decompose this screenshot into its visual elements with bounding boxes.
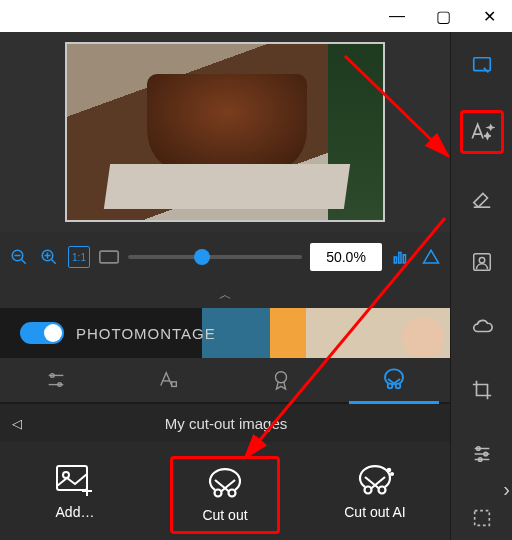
- zoom-1to1-icon[interactable]: 1:1: [68, 246, 90, 268]
- cutout-button[interactable]: Cut out: [170, 456, 280, 534]
- zoom-out-icon[interactable]: [8, 246, 30, 268]
- window-maximize-button[interactable]: ▢: [420, 0, 466, 32]
- adjust-tab[interactable]: [0, 358, 113, 402]
- sliders-tool-icon[interactable]: [462, 434, 502, 474]
- cutout-label: Cut out: [202, 507, 247, 523]
- photomontage-toggle[interactable]: [20, 322, 64, 344]
- histogram-icon[interactable]: [390, 246, 412, 268]
- section-header[interactable]: ◁ My cut-out images: [0, 404, 450, 442]
- svg-point-23: [63, 472, 69, 478]
- expand-right-icon[interactable]: ›: [503, 478, 510, 501]
- marquee-tool-icon[interactable]: [462, 498, 502, 538]
- cloud-tool-icon[interactable]: [462, 306, 502, 346]
- svg-rect-10: [403, 255, 405, 263]
- actions-row: Add… Cut out Cut out AI: [0, 442, 450, 540]
- award-tab[interactable]: [225, 358, 338, 402]
- add-image-button[interactable]: Add…: [20, 456, 130, 528]
- photomontage-banner: PHOTOMONTAGE: [0, 308, 450, 358]
- photomontage-label: PHOTOMONTAGE: [76, 325, 216, 342]
- portrait-tool-icon[interactable]: [462, 242, 502, 282]
- svg-rect-8: [394, 257, 396, 263]
- side-toolbar: ›: [450, 32, 512, 540]
- eraser-tool-icon[interactable]: [462, 178, 502, 218]
- canvas-area: [0, 32, 450, 232]
- cutout-ai-button[interactable]: Cut out AI: [320, 456, 430, 528]
- svg-line-1: [21, 259, 26, 264]
- svg-point-34: [388, 469, 390, 471]
- cutout-icon: [205, 467, 245, 499]
- cutout-ai-label: Cut out AI: [344, 504, 405, 520]
- add-image-icon: [55, 464, 95, 496]
- panel-tabs: [0, 358, 450, 404]
- svg-point-35: [391, 473, 393, 475]
- collapse-up-icon[interactable]: ︿: [0, 282, 450, 308]
- svg-rect-36: [473, 58, 490, 71]
- section-title: My cut-out images: [14, 415, 438, 432]
- fit-screen-icon[interactable]: [98, 246, 120, 268]
- add-image-label: Add…: [56, 504, 95, 520]
- svg-point-40: [479, 257, 485, 263]
- svg-rect-9: [399, 253, 401, 264]
- zoom-slider[interactable]: [128, 255, 302, 259]
- zoom-percent-input[interactable]: [310, 243, 382, 271]
- svg-point-17: [276, 372, 287, 383]
- svg-rect-7: [100, 251, 118, 263]
- zoom-toolbar: 1:1: [0, 232, 450, 282]
- canvas-image[interactable]: [65, 42, 385, 222]
- text-tab[interactable]: [113, 358, 226, 402]
- crop-tool-icon[interactable]: [462, 370, 502, 410]
- cutout-tab[interactable]: [338, 358, 451, 402]
- warning-triangle-icon[interactable]: [420, 246, 442, 268]
- zoom-in-icon[interactable]: [38, 246, 60, 268]
- edit-tool-icon[interactable]: [462, 46, 502, 86]
- svg-line-4: [51, 259, 56, 264]
- text-stars-tool-icon[interactable]: [460, 110, 504, 154]
- cutout-ai-icon: [355, 464, 395, 496]
- window-close-button[interactable]: ✕: [466, 0, 512, 32]
- window-titlebar: — ▢ ✕: [0, 0, 512, 32]
- svg-rect-16: [172, 382, 177, 387]
- svg-rect-47: [474, 511, 489, 526]
- window-minimize-button[interactable]: —: [374, 0, 420, 32]
